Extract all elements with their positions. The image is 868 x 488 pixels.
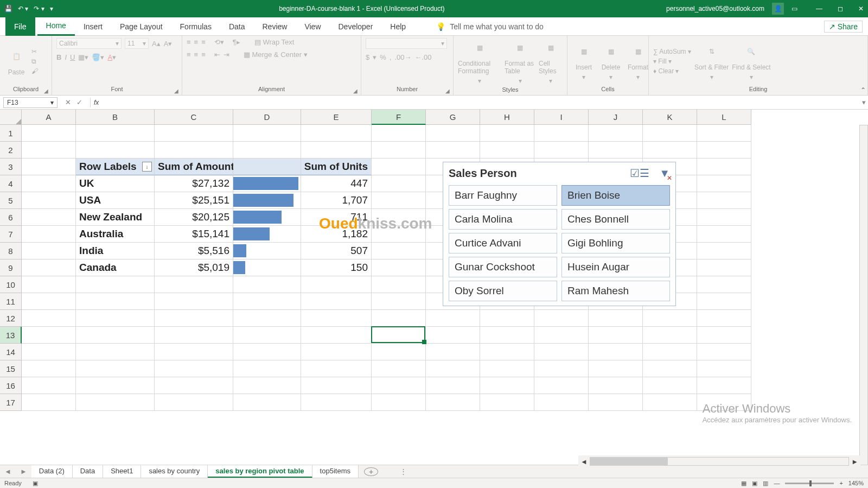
cell-G2[interactable]	[426, 142, 480, 159]
orientation-icon[interactable]: ⟲▾	[214, 38, 224, 46]
cell-C4[interactable]: $27,132	[155, 175, 233, 192]
autosum-button[interactable]: ∑ AutoSum ▾	[653, 48, 691, 55]
cell-L3[interactable]	[697, 159, 751, 175]
cell-D3[interactable]	[233, 159, 301, 175]
slicer-item[interactable]: Husein Augar	[561, 257, 670, 277]
decrease-indent-icon[interactable]: ⇤	[214, 50, 220, 59]
cell-C11[interactable]	[155, 293, 233, 310]
dialog-launcher-icon[interactable]: ◢	[445, 88, 450, 94]
undo-icon[interactable]: ↶ ▾	[18, 5, 28, 12]
copy-icon[interactable]: ⧉	[31, 58, 38, 65]
cell-J15[interactable]	[589, 360, 643, 377]
cell-E2[interactable]	[301, 142, 372, 159]
cell-A13[interactable]	[22, 327, 76, 344]
border-icon[interactable]: ▦▾	[78, 53, 88, 61]
paste-button[interactable]: 📋 Paste	[4, 47, 28, 76]
dialog-launcher-icon[interactable]: ◢	[353, 88, 358, 94]
cell-E15[interactable]	[301, 360, 372, 377]
zoom-slider[interactable]	[785, 483, 834, 484]
cell-L13[interactable]	[697, 327, 751, 344]
column-header-E[interactable]: E	[301, 110, 372, 125]
cell-A2[interactable]	[22, 142, 76, 159]
cell-G13[interactable]	[426, 327, 480, 344]
cell-A16[interactable]	[22, 377, 76, 394]
decrease-font-icon[interactable]: A▾	[164, 40, 173, 48]
zoom-level[interactable]: 145%	[848, 480, 864, 486]
cell-I17[interactable]	[534, 394, 589, 411]
cell-D4[interactable]	[233, 175, 301, 192]
cell-D16[interactable]	[233, 377, 301, 394]
cell-E14[interactable]	[301, 344, 372, 360]
enter-formula-icon[interactable]: ✓	[76, 98, 82, 106]
cell-D10[interactable]	[233, 276, 301, 293]
cell-C6[interactable]: $20,125	[155, 209, 233, 226]
cell-F9[interactable]	[372, 259, 426, 276]
cell-B4[interactable]: UK	[76, 175, 155, 192]
cell-H14[interactable]	[480, 344, 534, 360]
cell-C13[interactable]	[155, 327, 233, 344]
slicer-sales-person[interactable]: Sales Person ☑☰ ▼✕ Barr FaughnyBrien Boi…	[443, 162, 676, 306]
column-header-C[interactable]: C	[155, 110, 233, 125]
cell-F17[interactable]	[372, 394, 426, 411]
cell-D11[interactable]	[233, 293, 301, 310]
slicer-item[interactable]: Oby Sorrel	[449, 281, 557, 301]
cell-E7[interactable]: 1,182	[301, 226, 372, 243]
cell-A9[interactable]	[22, 259, 76, 276]
row-header-14[interactable]: 14	[0, 344, 22, 360]
cell-C2[interactable]	[155, 142, 233, 159]
cell-F6[interactable]	[372, 209, 426, 226]
cell-I2[interactable]	[534, 142, 589, 159]
cell-L15[interactable]	[697, 360, 751, 377]
tab-review[interactable]: Review	[254, 17, 296, 36]
tab-home[interactable]: Home	[37, 17, 75, 36]
cell-F7[interactable]	[372, 226, 426, 243]
cell-F4[interactable]	[372, 175, 426, 192]
wrap-text-button[interactable]: ▤ Wrap Text	[254, 38, 295, 46]
row-header-9[interactable]: 9	[0, 259, 22, 276]
cell-B1[interactable]	[76, 125, 155, 142]
cell-A10[interactable]	[22, 276, 76, 293]
cell-D5[interactable]	[233, 192, 301, 209]
cell-styles-button[interactable]: ▦Cell Styles▾	[539, 38, 563, 85]
slicer-item[interactable]: Barr Faughny	[449, 185, 557, 206]
cell-B5[interactable]: USA	[76, 192, 155, 209]
cell-F14[interactable]	[372, 344, 426, 360]
select-all-corner[interactable]	[0, 110, 22, 125]
cell-H12[interactable]	[480, 310, 534, 327]
font-size-select[interactable]: 11▾	[125, 38, 149, 49]
cut-icon[interactable]: ✂	[31, 48, 38, 55]
zoom-out-icon[interactable]: —	[774, 480, 780, 486]
cell-C17[interactable]	[155, 394, 233, 411]
number-format-select[interactable]: ▾	[366, 38, 447, 49]
cell-B14[interactable]	[76, 344, 155, 360]
vertical-scrollbar[interactable]	[859, 125, 868, 465]
cell-D15[interactable]	[233, 360, 301, 377]
cell-A12[interactable]	[22, 310, 76, 327]
row-headers[interactable]: 1234567891011121314151617	[0, 125, 22, 411]
cell-E8[interactable]: 507	[301, 243, 372, 259]
cell-C10[interactable]	[155, 276, 233, 293]
cell-E6[interactable]: 711	[301, 209, 372, 226]
cell-A15[interactable]	[22, 360, 76, 377]
cell-E16[interactable]	[301, 377, 372, 394]
align-top-icon[interactable]: ≡	[187, 38, 191, 46]
cell-A17[interactable]	[22, 394, 76, 411]
column-header-G[interactable]: G	[426, 110, 480, 125]
cell-A3[interactable]	[22, 159, 76, 175]
cell-C5[interactable]: $25,151	[155, 192, 233, 209]
cell-E5[interactable]: 1,707	[301, 192, 372, 209]
slicer-item[interactable]: Curtice Advani	[449, 233, 557, 253]
row-header-8[interactable]: 8	[0, 243, 22, 259]
cell-F5[interactable]	[372, 192, 426, 209]
cell-G15[interactable]	[426, 360, 480, 377]
cell-J17[interactable]	[589, 394, 643, 411]
cell-E10[interactable]	[301, 276, 372, 293]
name-box[interactable]: F13▾	[3, 97, 58, 108]
increase-font-icon[interactable]: A▴	[152, 40, 161, 48]
cell-E13[interactable]	[301, 327, 372, 344]
cell-L8[interactable]	[697, 243, 751, 259]
cell-D14[interactable]	[233, 344, 301, 360]
tell-me[interactable]: 💡 Tell me what you want to do	[436, 22, 544, 31]
tab-data[interactable]: Data	[220, 17, 254, 36]
cell-B12[interactable]	[76, 310, 155, 327]
